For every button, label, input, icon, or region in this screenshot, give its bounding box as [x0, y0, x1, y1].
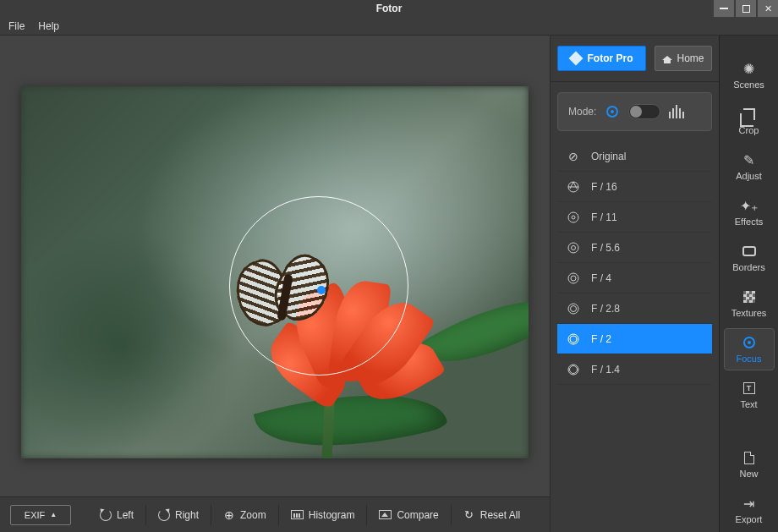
textures-icon — [743, 289, 755, 304]
tool-label: Textures — [731, 308, 767, 318]
tool-new[interactable]: New — [724, 443, 775, 485]
aperture-icon — [566, 362, 581, 377]
tool-text[interactable]: Text — [724, 374, 775, 416]
compare-button[interactable]: Compare — [367, 505, 451, 525]
home-icon — [662, 53, 672, 63]
focus-icon — [743, 335, 755, 350]
tool-export[interactable]: Export — [724, 489, 775, 531]
focus-center-handle[interactable] — [317, 286, 326, 294]
export-icon — [743, 496, 754, 511]
reset-label: Reset All — [480, 509, 520, 521]
svg-point-1 — [568, 212, 578, 222]
close-button[interactable] — [758, 0, 778, 17]
aperture-item-f16[interactable]: F / 16 — [557, 172, 712, 202]
aperture-item-f4[interactable]: F / 4 — [557, 263, 712, 293]
aperture-icon — [566, 240, 581, 255]
rotate-left-label: Left — [117, 509, 134, 521]
tool-label: Focus — [737, 354, 762, 364]
menu-help[interactable]: Help — [38, 20, 59, 32]
tool-label: New — [739, 469, 758, 479]
rotate-right-button[interactable]: Right — [146, 505, 211, 525]
aperture-item-f14[interactable]: F / 1.4 — [557, 354, 712, 385]
maximize-button[interactable] — [736, 0, 756, 17]
minimize-icon — [720, 8, 728, 9]
window-controls — [712, 0, 778, 17]
diamond-icon — [568, 52, 583, 66]
svg-point-5 — [568, 273, 578, 283]
maximize-icon — [742, 5, 750, 13]
tool-label: Scenes — [733, 80, 764, 90]
radial-mode-icon[interactable] — [605, 104, 620, 119]
aperture-item-f56[interactable]: F / 5.6 — [557, 233, 712, 263]
svg-point-4 — [572, 245, 576, 250]
linear-mode-icon[interactable] — [669, 104, 684, 119]
close-icon — [764, 3, 772, 14]
aperture-label: F / 2.8 — [591, 303, 620, 315]
tool-sidebar: Scenes Crop Adjust Effects Borders Textu… — [719, 36, 778, 532]
tool-effects[interactable]: Effects — [724, 191, 775, 233]
original-icon: ⊘ — [566, 149, 581, 164]
compare-icon — [379, 510, 392, 519]
tool-focus[interactable]: Focus — [724, 328, 775, 370]
aperture-item-f2[interactable]: F / 2 — [557, 324, 712, 354]
svg-point-12 — [570, 365, 578, 373]
menu-file[interactable]: File — [8, 20, 25, 32]
reset-icon — [463, 509, 475, 521]
minimize-button[interactable] — [714, 0, 734, 17]
compare-label: Compare — [397, 509, 438, 521]
crop-icon — [743, 107, 755, 122]
svg-point-3 — [568, 243, 578, 253]
aperture-label: Original — [591, 151, 626, 162]
aperture-icon — [566, 301, 581, 316]
bottom-button-group: Left Right Zoom Histogram Compare Reset … — [88, 505, 532, 525]
zoom-button[interactable]: Zoom — [211, 505, 279, 525]
aperture-icon — [566, 332, 581, 347]
exif-label: EXIF — [25, 510, 45, 520]
bottom-toolbar: EXIF ▲ Left Right Zoom Histogram Compare… — [0, 496, 550, 532]
tool-crop[interactable]: Crop — [724, 100, 775, 142]
focus-mode-box: Mode: — [557, 92, 712, 131]
histogram-icon — [291, 510, 304, 519]
tool-label: Adjust — [736, 171, 762, 181]
rotate-right-label: Right — [175, 509, 199, 521]
tool-label: Export — [736, 514, 763, 524]
effects-icon — [740, 198, 758, 213]
tool-scenes[interactable]: Scenes — [724, 54, 775, 96]
new-icon — [744, 450, 754, 465]
tool-adjust[interactable]: Adjust — [724, 145, 775, 188]
aperture-icon — [566, 271, 581, 286]
options-panel: Fotor Pro Home Mode: ⊘ Original F / 16 F… — [550, 36, 719, 532]
adjust-icon — [743, 152, 754, 167]
aperture-item-original[interactable]: ⊘ Original — [557, 141, 712, 172]
aperture-item-f11[interactable]: F / 11 — [557, 202, 712, 233]
svg-point-7 — [568, 304, 578, 314]
borders-icon — [742, 244, 756, 259]
chevron-up-icon: ▲ — [50, 511, 57, 518]
aperture-item-f28[interactable]: F / 2.8 — [557, 293, 712, 324]
aperture-label: F / 1.4 — [591, 364, 620, 376]
rotate-left-icon — [100, 509, 112, 521]
tool-label: Text — [740, 399, 757, 409]
svg-point-10 — [570, 336, 577, 343]
text-icon — [743, 381, 755, 396]
home-button[interactable]: Home — [655, 46, 712, 71]
zoom-icon — [223, 509, 235, 521]
reset-all-button[interactable]: Reset All — [452, 505, 532, 525]
image-canvas[interactable] — [21, 86, 529, 458]
menu-bar: File Help — [0, 17, 778, 36]
tool-borders[interactable]: Borders — [724, 237, 775, 279]
rotate-right-icon — [158, 509, 170, 521]
histogram-button[interactable]: Histogram — [279, 505, 368, 525]
toggle-knob — [630, 106, 642, 118]
fotor-pro-button[interactable]: Fotor Pro — [557, 46, 646, 71]
svg-point-2 — [572, 216, 575, 219]
tool-label: Borders — [732, 262, 765, 272]
aperture-list: ⊘ Original F / 16 F / 11 F / 5.6 F / 4 F… — [551, 141, 719, 385]
tool-textures[interactable]: Textures — [724, 282, 775, 325]
rotate-left-button[interactable]: Left — [88, 505, 146, 525]
mode-toggle[interactable] — [628, 104, 660, 119]
mode-label: Mode: — [568, 106, 596, 118]
zoom-label: Zoom — [240, 509, 266, 521]
exif-button[interactable]: EXIF ▲ — [10, 505, 71, 525]
canvas-area: EXIF ▲ Left Right Zoom Histogram Compare… — [0, 36, 550, 532]
